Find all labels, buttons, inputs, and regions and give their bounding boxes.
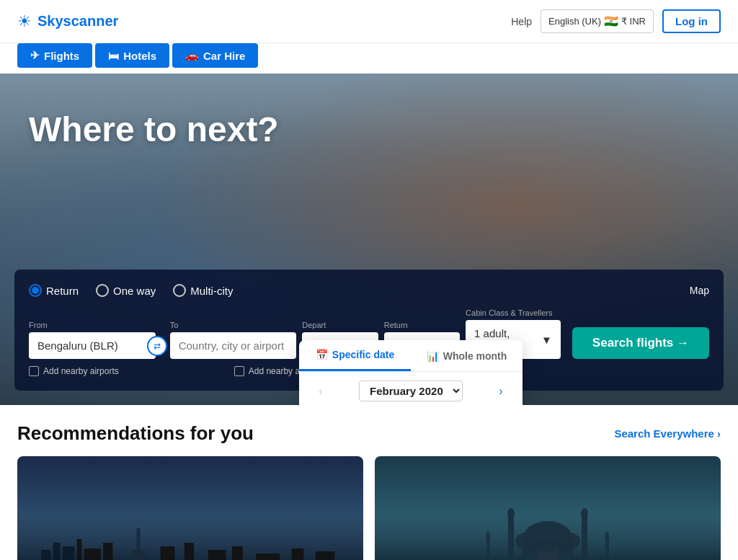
svg-rect-5 xyxy=(103,543,112,560)
svg-rect-4 xyxy=(84,548,101,560)
svg-rect-13 xyxy=(292,548,304,560)
nearby-to-box xyxy=(234,366,244,376)
nearby-from-label: Add nearby airports xyxy=(43,366,119,376)
tab-car-hire[interactable]: 🚗 Car Hire xyxy=(172,43,258,68)
svg-point-20 xyxy=(581,508,588,520)
depart-label: Depart xyxy=(302,321,378,329)
tab-specific-date[interactable]: 📅 Specific date xyxy=(299,340,411,371)
hero-section: Where to next? Return One way Multi-city… xyxy=(0,74,738,405)
cabin-arrow-icon: ▼ xyxy=(541,334,552,346)
tab-hotels-label: Hotels xyxy=(123,50,156,62)
search-flights-button[interactable]: Search flights → xyxy=(572,327,709,359)
car-hire-icon: 🚗 xyxy=(185,49,199,62)
header-right: Help English (UK) 🇮🇳 ₹ INR Log in xyxy=(511,9,721,33)
svg-rect-11 xyxy=(232,546,243,560)
specific-date-label: Specific date xyxy=(332,349,394,360)
city-skyline-left xyxy=(17,521,363,560)
option-one-way-label: One way xyxy=(113,285,156,297)
svg-rect-0 xyxy=(41,550,50,560)
radio-return-inner xyxy=(32,287,39,294)
city-skyline-right xyxy=(375,499,721,560)
svg-rect-9 xyxy=(184,543,194,560)
map-link[interactable]: Map xyxy=(690,285,709,296)
svg-rect-8 xyxy=(161,546,175,560)
calendar-dropdown: 📅 Specific date 📊 Whole month ‹ February… xyxy=(299,340,523,405)
logo-text: Skyscanner xyxy=(37,13,118,30)
nearby-from-box xyxy=(29,366,39,376)
nav-tabs: ✈ Flights 🛏 Hotels 🚗 Car Hire xyxy=(0,43,738,74)
option-return-label: Return xyxy=(46,285,79,297)
login-button[interactable]: Log in xyxy=(662,9,721,33)
hotels-icon: 🛏 xyxy=(108,50,119,62)
calendar-nav: ‹ February 2020 › xyxy=(299,372,523,405)
svg-rect-10 xyxy=(208,550,226,560)
search-everywhere-link[interactable]: Search Everywhere › xyxy=(614,427,721,440)
svg-rect-2 xyxy=(63,546,75,560)
prev-month-button[interactable]: ‹ xyxy=(311,381,331,401)
recommendations-header: Recommendations for you Search Everywher… xyxy=(17,422,721,445)
rec-card-right[interactable] xyxy=(375,456,721,560)
svg-rect-19 xyxy=(582,514,587,560)
tab-car-hire-label: Car Hire xyxy=(203,50,245,62)
from-label: From xyxy=(29,321,156,329)
svg-rect-3 xyxy=(77,539,82,560)
whole-month-label: Whole month xyxy=(443,350,507,362)
from-input-wrap: ⇄ xyxy=(29,332,156,359)
help-link[interactable]: Help xyxy=(511,16,532,27)
option-return[interactable]: Return xyxy=(29,284,79,297)
svg-rect-1 xyxy=(53,543,61,560)
radio-return-outer xyxy=(29,284,42,297)
calendar-tabs: 📅 Specific date 📊 Whole month xyxy=(299,340,523,372)
calendar-icon: 📅 xyxy=(316,349,328,360)
logo[interactable]: ☀ Skyscanner xyxy=(17,12,118,31)
to-field-group: To xyxy=(170,321,297,359)
svg-point-28 xyxy=(605,531,609,540)
currency-label: ₹ INR xyxy=(621,16,646,27)
language-selector[interactable]: English (UK) 🇮🇳 ₹ INR xyxy=(541,9,654,33)
hero-title: Where to next? xyxy=(29,110,279,149)
option-multi-city[interactable]: Multi-city xyxy=(173,284,233,297)
radio-multi-outer xyxy=(173,284,186,297)
swap-icon[interactable]: ⇄ xyxy=(147,336,167,356)
svg-point-21 xyxy=(515,533,537,550)
tab-flights-label: Flights xyxy=(44,50,79,62)
tab-flights[interactable]: ✈ Flights xyxy=(17,43,92,68)
svg-rect-7 xyxy=(132,550,145,560)
logo-icon: ☀ xyxy=(17,12,32,31)
flag-icon: 🇮🇳 xyxy=(604,14,618,28)
add-nearby-from-checkbox[interactable]: Add nearby airports xyxy=(29,366,119,376)
option-multi-city-label: Multi-city xyxy=(190,285,233,297)
lang-label: English (UK) xyxy=(548,16,601,27)
next-month-button[interactable]: › xyxy=(491,381,511,401)
header: ☀ Skyscanner Help English (UK) 🇮🇳 ₹ INR … xyxy=(0,0,738,43)
rec-card-left[interactable] xyxy=(17,456,363,560)
svg-rect-17 xyxy=(508,514,514,560)
svg-rect-12 xyxy=(256,554,280,560)
trip-options: Return One way Multi-city Map xyxy=(29,284,709,297)
svg-rect-14 xyxy=(316,551,334,560)
chart-icon: 📊 xyxy=(427,350,439,362)
radio-oneway-outer xyxy=(96,284,109,297)
return-label: Return xyxy=(384,321,460,329)
cabin-label: Cabin Class & Travellers xyxy=(466,308,561,317)
flights-icon: ✈ xyxy=(30,49,40,62)
svg-point-22 xyxy=(559,533,580,550)
recommendations-section: Recommendations for you Search Everywher… xyxy=(0,405,738,560)
to-input[interactable] xyxy=(170,332,297,359)
recommendations-title: Recommendations for you xyxy=(17,422,254,445)
recommendation-cards xyxy=(17,456,721,560)
svg-point-26 xyxy=(486,531,490,540)
svg-point-18 xyxy=(507,508,515,520)
from-input[interactable] xyxy=(29,332,156,359)
svg-point-24 xyxy=(537,541,559,552)
to-label: To xyxy=(170,321,297,329)
from-field-group: From ⇄ xyxy=(29,321,156,359)
tab-whole-month[interactable]: 📊 Whole month xyxy=(411,340,523,371)
month-selector[interactable]: February 2020 xyxy=(359,381,463,401)
option-one-way[interactable]: One way xyxy=(96,284,156,297)
tab-hotels[interactable]: 🛏 Hotels xyxy=(95,43,169,68)
